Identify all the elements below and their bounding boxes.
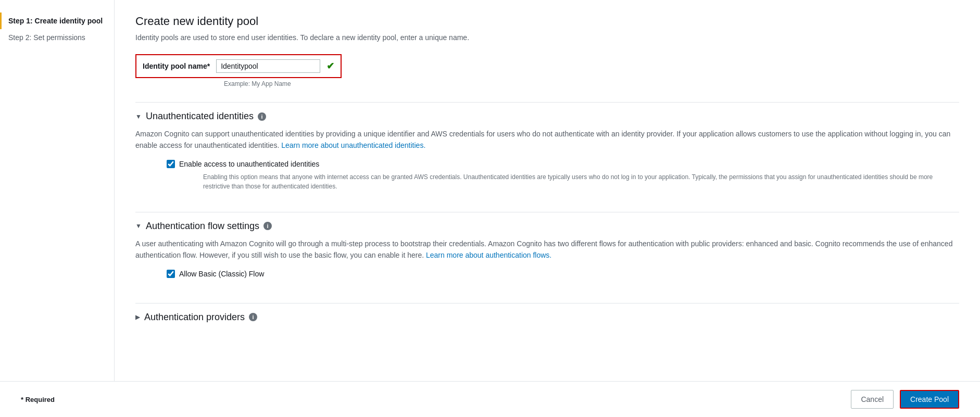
page-title: Create new identity pool: [135, 15, 959, 28]
auth-flow-checkbox-row: Allow Basic (Classic) Flow: [135, 270, 959, 278]
auth-flow-checkbox-label: Allow Basic (Classic) Flow: [179, 270, 264, 278]
pool-name-row: Identity pool name* ✔: [135, 54, 342, 78]
footer: * Required Cancel Create Pool: [0, 381, 980, 417]
pool-name-section: Identity pool name* ✔ Example: My App Na…: [135, 54, 959, 87]
main-content: Create new identity pool Identity pools …: [115, 0, 980, 417]
auth-flow-body: A user authenticating with Amazon Cognit…: [135, 238, 959, 293]
auth-flow-checkbox[interactable]: [167, 270, 175, 278]
page-description: Identity pools are used to store end use…: [135, 33, 959, 42]
unauthenticated-learn-more-link[interactable]: Learn more about unauthenticated identit…: [281, 141, 425, 149]
unauthenticated-checkbox[interactable]: [167, 160, 175, 168]
auth-providers-title: Authentication providers: [144, 312, 245, 323]
sidebar-item-step1[interactable]: Step 1: Create identity pool: [0, 12, 114, 29]
cancel-button[interactable]: Cancel: [851, 390, 894, 409]
sidebar-item-step2[interactable]: Step 2: Set permissions: [0, 29, 114, 46]
sidebar: Step 1: Create identity pool Step 2: Set…: [0, 0, 115, 417]
pool-name-label: Identity pool name*: [143, 62, 210, 70]
unauthenticated-section: ▼ Unauthenticated identities i Amazon Co…: [135, 102, 959, 201]
unauthenticated-checkbox-label: Enable access to unauthenticated identit…: [179, 160, 319, 168]
auth-flow-learn-more-link[interactable]: Learn more about authentication flows.: [426, 251, 551, 259]
unauthenticated-checkbox-row: Enable access to unauthenticated identit…: [135, 160, 959, 168]
auth-flow-checkbox-wrapper: Allow Basic (Classic) Flow: [167, 270, 264, 278]
pool-name-input[interactable]: [216, 59, 320, 73]
unauthenticated-body: Amazon Cognito can support unauthenticat…: [135, 128, 959, 201]
required-note: * Required: [21, 396, 55, 403]
unauthenticated-info-icon[interactable]: i: [258, 112, 266, 121]
unauthenticated-title: Unauthenticated identities: [146, 111, 254, 122]
auth-providers-section-header[interactable]: ▶ Authentication providers i: [135, 304, 959, 329]
unauthenticated-checkbox-sublabel: Enabling this option means that anyone w…: [135, 172, 959, 191]
create-pool-button[interactable]: Create Pool: [900, 390, 959, 409]
auth-flow-chevron-down-icon: ▼: [135, 222, 142, 230]
auth-providers-chevron-right-icon: ▶: [135, 313, 140, 321]
unauthenticated-section-header[interactable]: ▼ Unauthenticated identities i: [135, 103, 959, 128]
footer-buttons: Cancel Create Pool: [851, 390, 959, 409]
sidebar-item-step2-label: Step 2: Set permissions: [8, 33, 85, 42]
auth-providers-info-icon[interactable]: i: [249, 313, 257, 321]
auth-flow-title: Authentication flow settings: [146, 221, 259, 232]
auth-flow-info-icon[interactable]: i: [263, 222, 272, 230]
auth-flow-text: A user authenticating with Amazon Cognit…: [135, 238, 959, 261]
valid-check-icon: ✔: [326, 60, 334, 72]
chevron-down-icon: ▼: [135, 113, 142, 120]
auth-flow-section: ▼ Authentication flow settings i A user …: [135, 212, 959, 293]
pool-name-example: Example: My App Name: [224, 80, 959, 87]
unauthenticated-text: Amazon Cognito can support unauthenticat…: [135, 128, 959, 151]
unauthenticated-checkbox-wrapper: Enable access to unauthenticated identit…: [167, 160, 319, 168]
auth-flow-section-header[interactable]: ▼ Authentication flow settings i: [135, 212, 959, 238]
auth-providers-section: ▶ Authentication providers i: [135, 303, 959, 329]
sidebar-item-step1-label: Step 1: Create identity pool: [8, 17, 103, 25]
